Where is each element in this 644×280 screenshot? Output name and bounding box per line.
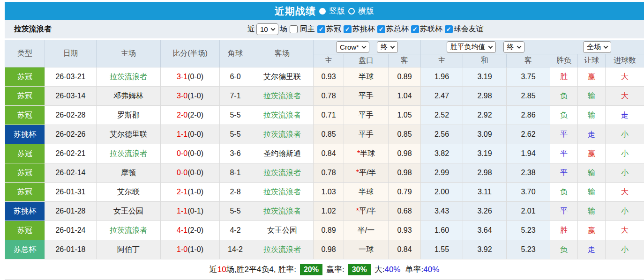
avg-draw: 3.92: [463, 240, 507, 259]
away-team[interactable]: 拉茨流浪者: [251, 163, 314, 183]
handicap-result-cell: 输: [578, 163, 606, 183]
same-home-checkbox[interactable]: [290, 25, 298, 33]
league-checkbox-0[interactable]: ✓: [317, 25, 325, 33]
corners-value: 5-5: [220, 202, 251, 221]
handicap-cell: 半球: [344, 183, 389, 202]
col-header-avg-draw: 和: [463, 54, 507, 67]
scope-select[interactable]: 全场: [583, 41, 611, 53]
table-row: 苏冠 26-01-24 拉茨流浪者 4-1(2-0) 4-2 女王公园 0.89…: [5, 221, 644, 240]
recent-count-select[interactable]: 10: [256, 23, 278, 35]
big-label: 大:: [374, 264, 385, 275]
home-team[interactable]: 拉茨流浪者: [97, 67, 161, 87]
league-checkbox-1[interactable]: ✓: [344, 25, 352, 33]
vertical-layout-label[interactable]: 竖版: [329, 6, 345, 16]
avg-time-select[interactable]: 终: [503, 41, 524, 53]
avg-home: 2.00: [421, 183, 463, 202]
away-team[interactable]: 艾尔德里联: [251, 67, 314, 87]
home-team[interactable]: 艾尔德里联: [97, 125, 161, 144]
away-team[interactable]: 拉茨流浪者: [251, 202, 314, 221]
score-cell: 0-0(0-0): [161, 163, 220, 183]
away-team[interactable]: 拉茨流浪者: [251, 106, 314, 125]
away-team[interactable]: 拉茨流浪者: [251, 87, 314, 106]
goals-cell: 大: [606, 87, 644, 106]
away-team[interactable]: 拉茨流浪者: [251, 240, 314, 259]
filter-bar: 拉茨流浪者 近 10 场 同主 ✓ 苏冠 ✓ 苏挑杯 ✓ 苏总杯 ✓ 苏联杯 ✓…: [5, 20, 644, 38]
match-type-badge: 苏总杯: [5, 240, 45, 259]
handicap-cell: 平手: [344, 125, 389, 144]
home-team[interactable]: 邓弗姆林: [97, 87, 161, 106]
match-date: 26-02-14: [45, 163, 97, 183]
league-label-4: 球会友谊: [454, 24, 484, 34]
goals-cell: 小: [606, 240, 644, 259]
home-team[interactable]: 女王公园: [97, 202, 161, 221]
handicap-result-cell: 赢: [578, 144, 606, 163]
match-type-badge: 苏冠: [5, 67, 45, 87]
league-checkbox-4[interactable]: ✓: [445, 25, 453, 33]
handicap-cell: *平/半: [344, 163, 389, 183]
home-team[interactable]: 阿伯丁: [97, 240, 161, 259]
results-header-bar: 近期战绩 竖版 横版: [5, 2, 644, 20]
avg-away: 1.94: [507, 144, 550, 163]
horizontal-layout-label[interactable]: 横版: [358, 6, 374, 16]
avg-away: 3.75: [507, 67, 550, 87]
avg-home: 2.99: [421, 163, 463, 183]
avg-home: 1.55: [421, 240, 463, 259]
score-cell: 4-1(2-0): [161, 221, 220, 240]
home-team[interactable]: 拉茨流浪者: [97, 144, 161, 163]
horizontal-layout-radio[interactable]: [348, 8, 355, 15]
league-checkbox-2[interactable]: ✓: [377, 25, 385, 33]
col-header-result: 胜负: [550, 54, 578, 67]
odds-away: 1.04: [389, 87, 421, 106]
home-team[interactable]: 摩顿: [97, 163, 161, 183]
summary-count: 10: [217, 265, 226, 274]
league-label-2: 苏总杯: [386, 24, 409, 34]
result-cell: 平: [550, 163, 578, 183]
summary-mid: 场,胜2平4负4, 胜率:: [226, 264, 296, 275]
goals-cell: 小: [606, 202, 644, 221]
result-group-header: 全场: [550, 40, 644, 54]
handicap-result-cell: 输: [578, 183, 606, 202]
vertical-layout-radio[interactable]: [319, 8, 326, 15]
odds-away: 0.79: [389, 183, 421, 202]
odds-time-select[interactable]: 终: [377, 41, 398, 53]
handicap-result-cell: 输: [578, 87, 606, 106]
avg-away: 2.62: [507, 125, 550, 144]
away-team[interactable]: 拉茨流浪者: [251, 125, 314, 144]
match-date: 26-03-14: [45, 87, 97, 106]
goals-cell: 走: [606, 106, 644, 125]
chevron-down-icon: [270, 26, 275, 31]
handicap-result-cell: 赢: [578, 221, 606, 240]
avg-away: 2.38: [507, 163, 550, 183]
away-team[interactable]: 圣约翰斯通: [251, 144, 314, 163]
handicap-cell: 半/一: [344, 221, 389, 240]
table-row: 苏挑杯 26-01-28 女王公园 1-1(0-1) 5-5 拉茨流浪者 1.0…: [5, 202, 644, 221]
match-type-badge: 苏冠: [5, 221, 45, 240]
home-team[interactable]: 艾尔联: [97, 183, 161, 202]
table-row: 苏冠 26-02-21 拉茨流浪者 0-0(0-0) 3-6 圣约翰斯通 0.8…: [5, 144, 644, 163]
handicap-result-cell: 输: [578, 202, 606, 221]
odds-home: 0.84: [314, 144, 344, 163]
handicap-cell: 半球: [344, 67, 389, 87]
page-title: 近期战绩: [275, 5, 316, 18]
chevron-down-icon: [488, 44, 493, 49]
avg-group-header: 胜平负均值 终: [421, 40, 550, 54]
bookmaker-select[interactable]: Crow*: [336, 41, 369, 53]
col-header-handicap: 盘口: [344, 54, 389, 67]
handicap-cell: *平/半: [344, 202, 389, 221]
table-row: 苏冠 26-03-21 拉茨流浪者 3-1(0-0) 6-0 艾尔德里联 0.9…: [5, 67, 644, 87]
col-header-avg-away: 客: [507, 54, 550, 67]
avg-select[interactable]: 胜平负均值: [447, 41, 496, 53]
col-header-goals: 进球数: [606, 54, 644, 67]
result-cell: 负: [550, 183, 578, 202]
win-rate-badge: 20%: [300, 264, 322, 275]
result-cell: 胜: [550, 221, 578, 240]
away-team[interactable]: 女王公园: [251, 221, 314, 240]
avg-away: 2.85: [507, 87, 550, 106]
home-team[interactable]: 拉茨流浪者: [97, 221, 161, 240]
league-checkbox-3[interactable]: ✓: [411, 25, 419, 33]
away-team[interactable]: 拉茨流浪者: [251, 183, 314, 202]
filter-controls: 近 10 场 同主 ✓ 苏冠 ✓ 苏挑杯 ✓ 苏总杯 ✓ 苏联杯 ✓ 球会友谊: [247, 23, 484, 35]
col-header-home: 主场: [97, 40, 161, 67]
home-team[interactable]: 罗斯郡: [97, 106, 161, 125]
match-type-badge: 苏冠: [5, 87, 45, 106]
